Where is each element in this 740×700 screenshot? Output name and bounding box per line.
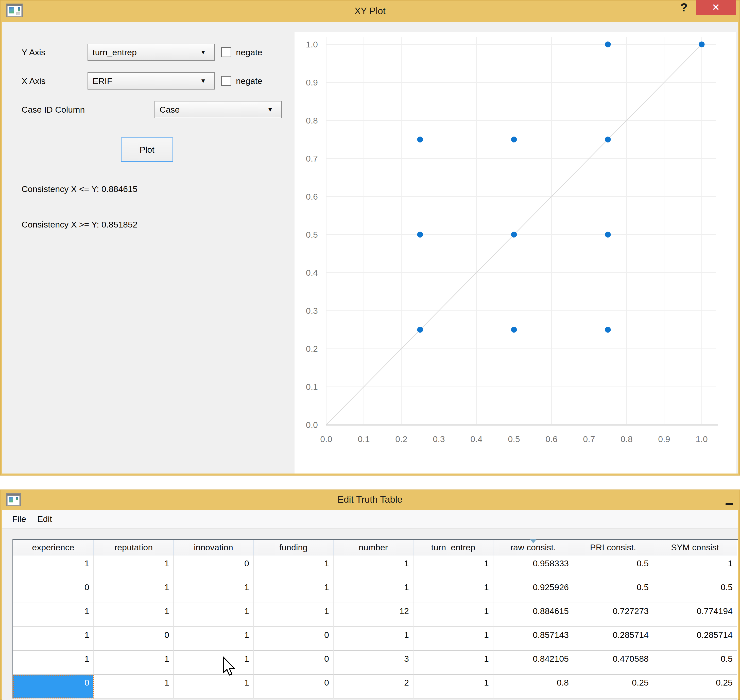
app-icon-titlebar: [7, 4, 22, 6]
table-row: 1010110.8571430.2857140.285714: [13, 627, 738, 651]
table-cell[interactable]: 1: [413, 579, 493, 603]
x-tick-label: 0.6: [546, 434, 558, 444]
table-cell[interactable]: 2: [334, 675, 413, 699]
xy-plot-window-title: XY Plot: [0, 0, 740, 22]
plot-point: [511, 327, 517, 333]
table-cell[interactable]: 0.5: [573, 579, 653, 603]
app-window-icon: [6, 493, 21, 506]
column-header-raw-consist[interactable]: raw consist.: [493, 540, 573, 556]
table-cell[interactable]: 0.5: [573, 556, 653, 579]
table-cell[interactable]: 1: [13, 603, 94, 627]
table-cell[interactable]: 0.5: [653, 579, 737, 603]
table-cell[interactable]: 1: [174, 675, 254, 699]
table-cell[interactable]: 1: [413, 675, 493, 699]
table-cell[interactable]: 0.884615: [493, 603, 573, 627]
column-header-innovation[interactable]: innovation: [174, 540, 254, 556]
help-button[interactable]: ?: [680, 0, 687, 14]
close-button[interactable]: ✕: [696, 0, 736, 15]
column-header-reputation[interactable]: reputation: [94, 540, 174, 556]
column-header-number[interactable]: number: [334, 540, 413, 556]
table-cell[interactable]: 0.25: [653, 675, 737, 699]
plot-point: [605, 232, 611, 238]
y-negate-checkbox[interactable]: [221, 47, 231, 57]
table-cell[interactable]: 0.285714: [653, 627, 737, 651]
table-cell[interactable]: 1: [413, 603, 493, 627]
table-cell[interactable]: 1: [334, 579, 413, 603]
table-body: 1101110.9583330.510111110.9259260.50.511…: [13, 556, 738, 699]
table-cell[interactable]: 1: [413, 627, 493, 651]
column-header-sym-consist[interactable]: SYM consist: [653, 540, 737, 556]
menu-item-file[interactable]: File: [7, 514, 32, 524]
table-cell[interactable]: 0: [254, 627, 334, 651]
plot-button[interactable]: Plot: [121, 137, 173, 162]
table-cell[interactable]: 1: [334, 556, 413, 579]
table-cell[interactable]: 0: [13, 579, 94, 603]
column-header-turn-entrep[interactable]: turn_entrep: [413, 540, 493, 556]
table-cell[interactable]: 0: [254, 651, 334, 675]
y-tick-label: 0.2: [306, 344, 318, 354]
column-header-funding[interactable]: funding: [254, 540, 334, 556]
table-cell[interactable]: 0.470588: [573, 651, 653, 675]
table-cell[interactable]: 0.857143: [493, 627, 573, 651]
table-cell[interactable]: 0.5: [653, 651, 737, 675]
table-cell[interactable]: 1: [174, 651, 254, 675]
table-cell[interactable]: 1: [254, 579, 334, 603]
table-cell[interactable]: 0: [94, 627, 174, 651]
y-tick-label: 0.3: [306, 306, 318, 316]
case-id-label: Case ID Column: [22, 104, 85, 115]
table-cell[interactable]: 1: [174, 627, 254, 651]
table-cell[interactable]: 0.842105: [493, 651, 573, 675]
screen: XY Plot ? ✕ Y Axis turn_entrep ▼ negate …: [0, 0, 740, 700]
case-id-dropdown[interactable]: Case ▼: [154, 101, 282, 118]
plot-point: [605, 327, 611, 333]
table-cell[interactable]: 0: [174, 556, 254, 579]
table-cell[interactable]: 3: [334, 651, 413, 675]
menu-bar: FileEdit: [2, 510, 738, 529]
column-header-experience[interactable]: experience: [13, 540, 94, 556]
table-cell[interactable]: 0: [254, 675, 334, 699]
y-axis-dropdown[interactable]: turn_entrep ▼: [88, 44, 215, 61]
plot-point: [511, 232, 517, 238]
x-axis-dropdown[interactable]: ERIF ▼: [88, 72, 215, 90]
table-cell[interactable]: 1: [413, 556, 493, 579]
chevron-down-icon: ▼: [200, 77, 214, 84]
plot-point: [417, 232, 423, 238]
menu-item-edit[interactable]: Edit: [32, 514, 58, 524]
table-cell[interactable]: 1: [413, 651, 493, 675]
table-cell[interactable]: 1: [13, 651, 94, 675]
minimize-button[interactable]: [725, 503, 733, 505]
table-cell[interactable]: 12: [334, 603, 413, 627]
table-cell[interactable]: 1: [653, 556, 737, 579]
table-cell[interactable]: 1: [94, 556, 174, 579]
table-cell[interactable]: 1: [174, 579, 254, 603]
table-cell[interactable]: 0.774194: [653, 603, 737, 627]
table-cell[interactable]: 1: [13, 556, 94, 579]
table-cell[interactable]: 1: [174, 603, 254, 627]
table-cell[interactable]: 1: [254, 603, 334, 627]
x-tick-label: 0.4: [470, 434, 482, 444]
table-cell[interactable]: 1: [254, 556, 334, 579]
y-axis-label: Y Axis: [22, 47, 46, 57]
selected-cell[interactable]: 0: [13, 675, 94, 699]
table-cell[interactable]: 0.727273: [573, 603, 653, 627]
table-cell[interactable]: 0.958333: [493, 556, 573, 579]
table-cell[interactable]: 1: [94, 675, 174, 699]
x-axis-label: X Axis: [22, 76, 46, 86]
x-tick-label: 0.8: [621, 434, 633, 444]
table-cell[interactable]: 0.25: [573, 675, 653, 699]
table-cell[interactable]: 1: [13, 627, 94, 651]
table-cell[interactable]: 0.8: [493, 675, 573, 699]
table-cell[interactable]: 1: [94, 651, 174, 675]
table-cell[interactable]: 1: [94, 603, 174, 627]
table-row: 1101110.9583330.51: [13, 556, 738, 579]
table-cell[interactable]: 0.925926: [493, 579, 573, 603]
plot-point: [417, 137, 423, 143]
app-icon-chart-area: [9, 497, 13, 503]
column-header-pri-consist[interactable]: PRI consist.: [573, 540, 653, 556]
x-negate-checkbox[interactable]: [221, 76, 231, 86]
table-cell[interactable]: 0.285714: [573, 627, 653, 651]
chevron-down-icon: ▼: [267, 106, 281, 113]
app-icon-colorbar: [16, 497, 18, 500]
table-cell[interactable]: 1: [94, 579, 174, 603]
table-cell[interactable]: 1: [334, 627, 413, 651]
